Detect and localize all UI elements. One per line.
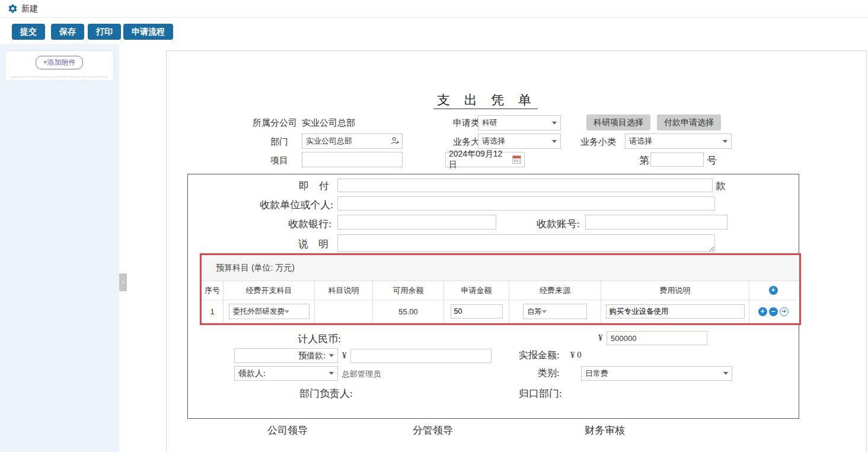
chevron-down-icon — [723, 372, 728, 375]
bank-input[interactable] — [337, 215, 496, 230]
biz-minor-select[interactable]: 请选择 — [625, 133, 732, 149]
amount-input[interactable] — [451, 304, 503, 319]
signature-company-leader: 公司领导 — [267, 424, 308, 437]
apply-flow-button[interactable]: 申请流程 — [123, 24, 173, 40]
voucher-paper: 支 出 凭 单 所属分公司 实业公司总部 申请类别 科研 科研项目选择 付款申请… — [166, 50, 867, 452]
add-attachment-button[interactable]: +添加附件 — [36, 56, 82, 69]
branch-label: 所属分公司 — [226, 117, 297, 129]
rmb-amount-input[interactable] — [607, 331, 707, 345]
expense-category-select[interactable]: 委托外部研发费 — [229, 304, 309, 319]
rmb-label: 计人民币: — [252, 332, 341, 346]
remove-row-icon[interactable]: − — [769, 307, 778, 316]
payee-name: 总部管理员 — [342, 369, 381, 380]
col-desc: 科目说明 — [314, 281, 372, 300]
actual-amount-value: ¥ 0 — [570, 350, 582, 360]
submit-button[interactable]: 提交 — [12, 24, 45, 40]
payee-input[interactable] — [337, 196, 715, 211]
budget-table: 序号 经费开支科目 科目说明 可用余额 申请金额 经费来源 费用说明 + 1 委… — [202, 281, 799, 323]
row-seq: 1 — [202, 300, 223, 323]
budget-data-row: 1 委托外部研发费 55.00 自筹 — [202, 300, 799, 323]
voucher-number-input[interactable] — [650, 152, 704, 167]
date-picker[interactable]: 2024年09月12日 — [445, 152, 525, 167]
branch-value: 实业公司总部 — [302, 117, 355, 129]
currency-symbol: ¥ — [598, 333, 603, 343]
signature-finance-audit: 财务审核 — [585, 424, 625, 437]
actual-amount-label: 实报金额: — [519, 349, 559, 362]
chevron-down-icon — [723, 140, 727, 143]
number-prefix: 第 — [639, 154, 649, 167]
col-category: 经费开支科目 — [223, 281, 314, 300]
project-input[interactable] — [302, 152, 403, 167]
row-available: 55.00 — [372, 300, 443, 323]
research-project-select-button[interactable]: 科研项目选择 — [586, 114, 650, 130]
bank-label: 收款银行: — [242, 217, 331, 231]
advance-amount-input[interactable] — [350, 349, 492, 363]
account-input[interactable] — [585, 215, 727, 230]
col-fee-desc: 费用说明 — [601, 281, 749, 300]
dept-input[interactable] — [302, 133, 403, 149]
attachment-dropzone-divider — [11, 77, 107, 77]
voucher-body-box: 即 付 款 收款单位或个人: 收款银行: 收款账号: 说 明 预算科目 (单位:… — [187, 174, 799, 419]
advance-type-select[interactable]: 预借款: — [234, 348, 338, 363]
chevron-down-icon — [329, 372, 334, 375]
budget-title: 预算科目 (单位: 万元) — [202, 255, 799, 281]
add-row-icon[interactable]: + — [769, 286, 778, 295]
fund-source-select[interactable]: 自筹 — [523, 304, 587, 319]
gear-icon[interactable] — [8, 4, 18, 14]
col-seq: 序号 — [202, 281, 223, 300]
page-title: 新建 — [21, 4, 38, 14]
instant-pay-suffix: 款 — [716, 179, 726, 193]
attachment-sidebar: +添加附件 — [0, 44, 119, 452]
person-add-icon[interactable] — [391, 136, 400, 145]
currency-symbol: ¥ — [342, 351, 347, 361]
print-button[interactable]: 打印 — [88, 24, 121, 40]
instant-pay-input[interactable] — [337, 179, 713, 192]
calendar-icon — [512, 155, 521, 164]
sidebar-collapse-handle[interactable]: ‹ — [119, 273, 127, 291]
chevron-down-icon — [552, 140, 557, 143]
add-row-icon[interactable]: + — [758, 307, 767, 316]
owner-dept-label: 归口部门: — [519, 387, 562, 400]
biz-major-select[interactable]: 请选择 — [478, 133, 561, 149]
category-label: 类别: — [538, 367, 559, 380]
col-available: 可用余额 — [372, 281, 443, 300]
note-textarea[interactable] — [337, 234, 715, 252]
voucher-title: 支 出 凭 单 — [367, 91, 604, 109]
dept-label: 部门 — [229, 136, 288, 148]
chevron-down-icon — [329, 354, 334, 357]
budget-header-row: 序号 经费开支科目 科目说明 可用余额 申请金额 经费来源 费用说明 + — [202, 281, 799, 300]
budget-section: 预算科目 (单位: 万元) 序号 经费开支科目 科目说明 可用余额 申请金额 经… — [200, 253, 801, 325]
fee-desc-input[interactable] — [606, 304, 745, 319]
chevron-down-icon — [552, 122, 557, 125]
category-select[interactable]: 日常费 — [581, 366, 732, 381]
payee-type-select[interactable]: 领款人: — [234, 366, 338, 381]
instant-pay-label: 即 付 — [210, 179, 329, 193]
biz-minor-label: 业务小类 — [580, 136, 616, 148]
account-label: 收款账号: — [537, 217, 580, 231]
move-row-icon[interactable]: ➔ — [780, 307, 789, 316]
chevron-down-icon — [285, 310, 289, 313]
payment-apply-select-button[interactable]: 付款申请选择 — [657, 114, 721, 130]
attachment-card: +添加附件 — [5, 50, 114, 81]
toolbar: 提交 保存 打印 申请流程 — [0, 18, 868, 44]
row-subject-desc — [314, 300, 372, 323]
project-label: 项目 — [229, 155, 288, 166]
col-source: 经费来源 — [509, 281, 601, 300]
col-amount: 申请金额 — [443, 281, 509, 300]
signature-division-leader: 分管领导 — [413, 424, 453, 437]
save-button[interactable]: 保存 — [51, 24, 84, 40]
note-label: 说 明 — [240, 237, 328, 251]
payee-label: 收款单位或个人: — [210, 198, 333, 212]
dept-head-label: 部门负责人: — [299, 387, 353, 400]
number-suffix: 号 — [707, 154, 717, 167]
chevron-down-icon — [542, 310, 547, 313]
top-header: 新建 — [0, 0, 868, 18]
apply-type-select[interactable]: 科研 — [478, 115, 561, 130]
